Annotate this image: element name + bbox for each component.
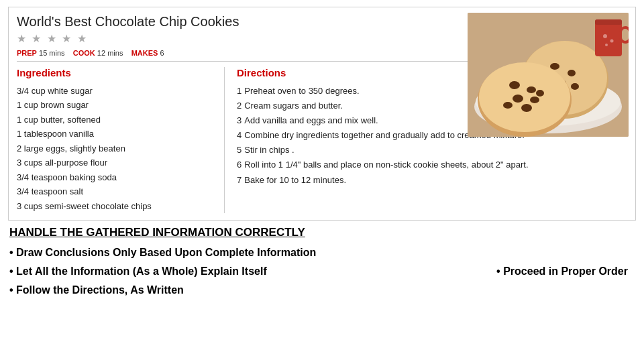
ingredient-list: 3/4 cup white sugar 1 cup brown sugar 1 …: [17, 84, 216, 213]
svg-point-25: [605, 44, 608, 46]
svg-rect-22: [595, 19, 622, 25]
prep-value: 15 mins: [39, 49, 65, 57]
bottom-row: Draw Conclusions Only Based Upon Complet…: [9, 243, 635, 300]
svg-point-19: [536, 90, 544, 97]
list-item: 3 cups all-purpose flour: [17, 156, 216, 170]
svg-point-18: [521, 104, 532, 112]
prep-label: PREP: [17, 49, 37, 57]
svg-point-16: [530, 97, 539, 103]
svg-rect-20: [595, 19, 622, 56]
svg-point-13: [509, 81, 520, 89]
svg-point-6: [568, 70, 576, 76]
list-item: Follow the Directions, As Written: [9, 281, 316, 300]
list-item: Draw Conclusions Only Based Upon Complet…: [9, 243, 316, 262]
svg-point-5: [550, 63, 559, 70]
ingredients-column: Ingredients 3/4 cup white sugar 1 cup br…: [17, 67, 225, 213]
list-item: 1 cup brown sugar: [17, 98, 216, 112]
list-item: 1 tablespoon vanilla: [17, 127, 216, 141]
list-item: 7Bake for 10 to 12 minutes.: [237, 173, 621, 188]
cookie-image: [468, 13, 629, 137]
list-item: Let All the Information (As a Whole) Exp…: [9, 262, 316, 281]
makes-value: 6: [160, 49, 164, 57]
list-item: 3/4 teaspoon salt: [17, 184, 216, 198]
cook-value: 12 mins: [97, 49, 123, 57]
svg-point-17: [503, 102, 513, 109]
list-item: 3/4 teaspoon baking soda: [17, 170, 216, 184]
makes-label: MAKES: [131, 49, 158, 57]
bullet-list: Draw Conclusions Only Based Upon Complet…: [9, 243, 316, 300]
svg-point-24: [610, 40, 614, 43]
svg-point-23: [603, 34, 607, 38]
svg-point-12: [479, 62, 570, 132]
list-item: 5Stir in chips .: [237, 143, 621, 158]
handle-title: HANDLE THE GATHERED INFORMATION CORRECTL…: [9, 226, 635, 239]
svg-point-14: [527, 86, 536, 93]
page-wrapper: World's Best Chocolate Chip Cookies ★ ★ …: [0, 0, 644, 362]
bottom-section: HANDLE THE GATHERED INFORMATION CORRECTL…: [0, 221, 644, 362]
cook-label: COOK: [73, 49, 95, 57]
list-item: 3/4 cup white sugar: [17, 84, 216, 98]
list-item: 3 cups semi-sweet chocolate chips: [17, 199, 216, 213]
list-item: 6Roll into 1 1/4" balls and place on non…: [237, 158, 621, 172]
bullet-right: Proceed in Proper Order: [496, 265, 635, 278]
svg-point-9: [571, 83, 579, 90]
ingredients-heading: Ingredients: [17, 67, 216, 78]
list-item: 1 cup butter, softened: [17, 113, 216, 127]
recipe-card: World's Best Chocolate Chip Cookies ★ ★ …: [8, 7, 636, 221]
list-item: 2 large eggs, slightly beaten: [17, 141, 216, 156]
svg-point-15: [513, 95, 523, 103]
